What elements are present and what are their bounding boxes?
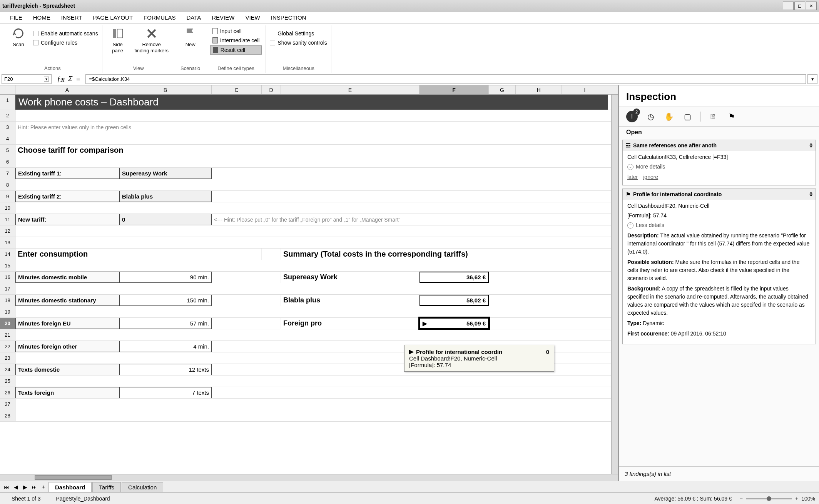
equals-icon[interactable]: = bbox=[76, 75, 80, 83]
flag-filter-icon[interactable]: ⚑ bbox=[726, 111, 737, 122]
col-B[interactable]: B bbox=[119, 85, 212, 94]
less-details-toggle[interactable]: ⌃Less details bbox=[627, 221, 811, 229]
tab-calculation[interactable]: Calculation bbox=[122, 482, 163, 492]
consumption2-label: Minutes domestic stationary bbox=[15, 295, 119, 306]
menu-inspection[interactable]: INSPECTION bbox=[266, 12, 312, 23]
inspection-pane: Inspection ! 2 ◷ ✋ ▢ 🗎 ⚑ Open ☲ Same ref… bbox=[619, 85, 819, 481]
menu-pagelayout[interactable]: PAGE LAYOUT bbox=[87, 12, 138, 23]
tab-tariffs[interactable]: Tariffs bbox=[92, 482, 121, 492]
tab-dashboard[interactable]: Dashboard bbox=[48, 482, 92, 492]
col-D[interactable]: D bbox=[262, 85, 281, 94]
input-cell-button[interactable]: Input cell bbox=[210, 27, 262, 35]
summary3-value[interactable]: ▶ 56,09 € bbox=[420, 318, 489, 329]
last-sheet-button[interactable]: ⏭ bbox=[30, 483, 38, 491]
add-sheet-button[interactable]: ＋ bbox=[39, 483, 48, 491]
summary1-value[interactable]: 36,62 € bbox=[420, 272, 489, 283]
scan-button[interactable]: Scan bbox=[7, 27, 30, 48]
consumption5-label: Texts domestic bbox=[15, 364, 119, 375]
tariff1-value[interactable]: Supereasy Work bbox=[119, 168, 212, 179]
section-choose-tariff: Choose tariff for comparison bbox=[15, 145, 608, 156]
maximize-button[interactable]: □ bbox=[794, 2, 805, 10]
tariff3-value[interactable]: 0 bbox=[119, 214, 212, 225]
ribbon-group-actions-label: Actions bbox=[7, 65, 98, 73]
zoom-slider[interactable] bbox=[746, 498, 792, 499]
clock-icon[interactable]: ◷ bbox=[645, 111, 656, 122]
flag-icon: ▶ bbox=[409, 348, 414, 355]
col-E[interactable]: E bbox=[281, 85, 420, 94]
sanity-controls-checkbox[interactable]: Show sanity controls bbox=[270, 38, 327, 47]
later-link[interactable]: later bbox=[627, 173, 638, 181]
col-A[interactable]: A bbox=[15, 85, 119, 94]
flag-icon bbox=[184, 27, 197, 40]
menu-view[interactable]: VIEW bbox=[240, 12, 265, 23]
next-sheet-button[interactable]: ▶ bbox=[21, 483, 29, 491]
horizontal-scrollbar[interactable] bbox=[0, 474, 618, 481]
configure-rules-checkbox[interactable]: Configure rules bbox=[33, 38, 98, 47]
new-scenario-button[interactable]: New bbox=[179, 27, 202, 48]
name-box[interactable]: F20 ▾ bbox=[2, 74, 52, 84]
side-pane-button[interactable]: Side pane bbox=[106, 27, 129, 53]
col-H[interactable]: H bbox=[516, 85, 562, 94]
menu-review[interactable]: REVIEW bbox=[206, 12, 240, 23]
spreadsheet-grid[interactable]: 1 Work phone costs – Dashboard 2 3Hint: … bbox=[0, 95, 618, 481]
finding-2[interactable]: ⚑ Profile for international coordinato 0… bbox=[622, 189, 816, 344]
col-C[interactable]: C bbox=[212, 85, 262, 94]
status-bar: Sheet 1 of 3 PageStyle_Dashboard Average… bbox=[0, 492, 819, 504]
summary1-label: Supereasy Work bbox=[281, 272, 420, 283]
window-title: tariffvergleich - Spreadsheet bbox=[2, 3, 75, 9]
zoom-in-button[interactable]: + bbox=[795, 496, 798, 502]
flag-icon: ⚑ bbox=[626, 191, 631, 197]
select-all-corner[interactable] bbox=[0, 85, 15, 94]
finding-1[interactable]: ☲ Same references one after anoth 0 Cell… bbox=[622, 140, 816, 185]
consumption3-value[interactable]: 57 min. bbox=[119, 318, 212, 329]
tariff2-value[interactable]: Blabla plus bbox=[119, 191, 212, 202]
minimize-button[interactable]: — bbox=[783, 2, 794, 10]
fx-icon[interactable]: ƒx̶ bbox=[57, 75, 64, 83]
sum-icon[interactable]: Σ bbox=[68, 75, 72, 83]
consumption6-value[interactable]: 7 texts bbox=[119, 387, 212, 398]
prev-sheet-button[interactable]: ◀ bbox=[12, 483, 20, 491]
result-cell-button[interactable]: Result cell bbox=[210, 45, 262, 55]
zoom-level[interactable]: 100% bbox=[801, 496, 815, 502]
hand-icon[interactable]: ✋ bbox=[663, 111, 675, 122]
col-I[interactable]: I bbox=[562, 85, 608, 94]
menu-file[interactable]: FILE bbox=[5, 12, 28, 23]
folder-icon[interactable]: ▢ bbox=[682, 111, 693, 122]
document-icon[interactable]: 🗎 bbox=[707, 111, 719, 122]
intermediate-cell-button[interactable]: Intermediate cell bbox=[210, 36, 262, 45]
first-sheet-button[interactable]: ⏮ bbox=[2, 483, 11, 491]
inspection-title: Inspection bbox=[619, 85, 819, 107]
more-details-toggle[interactable]: ⌄More details bbox=[627, 163, 811, 171]
ignore-link[interactable]: ignore bbox=[643, 173, 658, 181]
col-G[interactable]: G bbox=[489, 85, 516, 94]
menu-insert[interactable]: INSERT bbox=[56, 12, 88, 23]
col-F[interactable]: F bbox=[420, 85, 489, 94]
formula-bar: F20 ▾ ƒx̶ Σ = =$Calculation.K34 ▾ bbox=[0, 73, 819, 85]
consumption1-value[interactable]: 90 min. bbox=[119, 272, 212, 283]
global-settings-button[interactable]: Global Settings bbox=[270, 29, 327, 38]
alert-filter-icon[interactable]: ! 2 bbox=[626, 111, 638, 122]
summary2-value[interactable]: 58,02 € bbox=[420, 295, 489, 306]
chevron-down-icon[interactable]: ▾ bbox=[44, 77, 49, 82]
inspection-footer: 3 findings(s) in list bbox=[619, 466, 819, 481]
menu-home[interactable]: HOME bbox=[28, 12, 56, 23]
ribbon-group-misc-label: Miscellaneous bbox=[270, 65, 327, 73]
close-button[interactable]: ✕ bbox=[806, 2, 817, 10]
ribbon: Scan Enable automatic scans Configure ru… bbox=[0, 24, 819, 73]
consumption5-value[interactable]: 12 texts bbox=[119, 364, 212, 375]
formula-dropdown[interactable]: ▾ bbox=[807, 74, 817, 84]
menu-formulas[interactable]: FORMULAS bbox=[138, 12, 181, 23]
consumption4-value[interactable]: 4 min. bbox=[119, 341, 212, 352]
enable-auto-scans-checkbox[interactable]: Enable automatic scans bbox=[33, 29, 98, 38]
vertical-scrollbar[interactable] bbox=[611, 95, 618, 474]
ribbon-group-scenario-label: Scenario bbox=[179, 65, 202, 73]
zoom-out-button[interactable]: − bbox=[740, 496, 743, 502]
formula-input[interactable]: =$Calculation.K34 bbox=[85, 74, 806, 84]
consumption2-value[interactable]: 150 min. bbox=[119, 295, 212, 306]
menu-data[interactable]: DATA bbox=[181, 12, 206, 23]
remove-markers-button[interactable]: Remove finding markers bbox=[132, 27, 171, 53]
ribbon-group-view-label: View bbox=[106, 65, 171, 73]
side-pane-icon bbox=[111, 27, 124, 40]
selection-stats: Average: 56,09 € ; Sum: 56,09 € bbox=[647, 496, 739, 502]
column-headers: A B C D E F G H I bbox=[0, 85, 618, 95]
